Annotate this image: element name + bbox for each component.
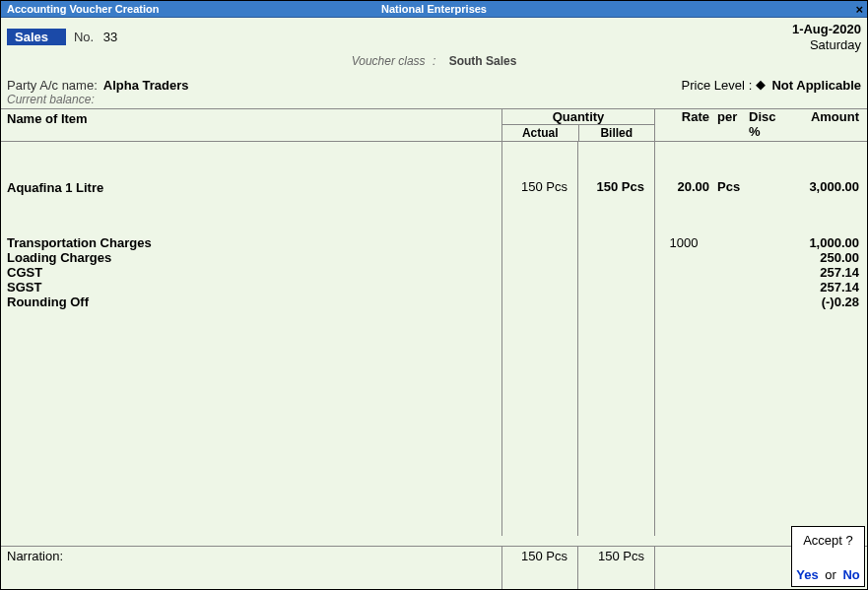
close-icon[interactable]: × (855, 2, 863, 17)
grid-header: Name of Item Quantity Actual Billed Rate… (1, 108, 867, 142)
header-name: Name of Item (1, 109, 501, 141)
accept-or: or (825, 567, 836, 582)
header-rate: Rate (654, 109, 713, 141)
ledger-row[interactable]: Transportation Charges 1000 1,000.00 (1, 235, 867, 250)
ledger-row[interactable]: CGST 257.14 (1, 265, 867, 280)
ledger-name[interactable]: SGST (1, 280, 501, 295)
ledger-row[interactable]: Loading Charges 250.00 (1, 250, 867, 265)
accept-dialog: Accept ? Yes or No (791, 526, 865, 587)
ledger-amount: 257.14 (790, 265, 867, 280)
price-level-sep: : (749, 78, 753, 93)
voucher-class-sep: : (433, 54, 435, 68)
party-name-value[interactable]: Alpha Traders (103, 78, 189, 93)
grid-body: Aquafina 1 Litre 150 Pcs 150 Pcs 20.00 P… (1, 142, 867, 536)
party-name-label: Party A/c name: (7, 78, 98, 93)
price-level-value[interactable]: Not Applicable (771, 78, 861, 93)
total-qty-actual: 150 Pcs (501, 547, 577, 589)
voucher-date[interactable]: 1-Aug-2020 (792, 22, 861, 37)
accept-no-button[interactable]: No (842, 567, 859, 582)
ledger-amount: (-)0.28 (790, 295, 867, 309)
ledger-name[interactable]: CGST (1, 265, 501, 280)
ledger-amount: 257.14 (790, 280, 867, 295)
total-qty-billed: 150 Pcs (577, 547, 654, 589)
ledger-name[interactable]: Loading Charges (1, 250, 501, 265)
voucher-no-value[interactable]: 33 (103, 30, 117, 44)
item-disc[interactable] (747, 179, 790, 196)
voucher-content: Sales No. 33 1-Aug-2020 Saturday Voucher… (1, 18, 867, 589)
voucher-type-selector[interactable]: Sales (7, 29, 66, 45)
ledger-row[interactable]: Rounding Off (-)0.28 (1, 295, 867, 309)
voucher-class-label: Voucher class (352, 54, 426, 68)
item-qty-billed[interactable]: 150 Pcs (577, 179, 654, 196)
totals-row: Narration: 150 Pcs 150 Pcs (1, 546, 867, 589)
ledger-name[interactable]: Transportation Charges (1, 235, 501, 250)
item-amount: 3,000.00 (790, 179, 867, 196)
item-per[interactable]: Pcs (713, 179, 747, 196)
ledger-name[interactable]: Rounding Off (1, 295, 501, 309)
price-level-label: Price Level (682, 78, 745, 93)
titlebar: Accounting Voucher Creation National Ent… (1, 1, 867, 18)
voucher-no-label: No. (74, 30, 94, 44)
item-row[interactable]: Aquafina 1 Litre 150 Pcs 150 Pcs 20.00 P… (1, 179, 867, 196)
ledger-amount: 250.00 (790, 250, 867, 265)
window-title-center: National Enterprises (381, 3, 487, 15)
voucher-class-value[interactable]: South Sales (449, 54, 517, 68)
header-per: per (713, 109, 747, 141)
header-quantity: Quantity (502, 109, 654, 124)
ledger-amount: 1,000.00 (790, 235, 867, 250)
narration-label: Narration: (7, 549, 63, 563)
header-amount: Amount (790, 109, 867, 141)
header-actual: Actual (502, 125, 579, 141)
item-qty-actual[interactable]: 150 Pcs (501, 179, 577, 196)
current-balance-label: Current balance: (1, 93, 867, 108)
ledger-rate[interactable]: 1000 (654, 235, 713, 250)
header-disc: Disc % (747, 109, 790, 141)
accept-question: Accept ? (794, 533, 862, 548)
item-name[interactable]: Aquafina 1 Litre (1, 179, 501, 196)
ledger-row[interactable]: SGST 257.14 (1, 280, 867, 295)
item-rate[interactable]: 20.00 (654, 179, 713, 196)
accept-yes-button[interactable]: Yes (796, 567, 818, 582)
window-title-left: Accounting Voucher Creation (1, 3, 159, 15)
header-billed: Billed (579, 125, 655, 141)
diamond-icon: ◆ (756, 77, 766, 92)
